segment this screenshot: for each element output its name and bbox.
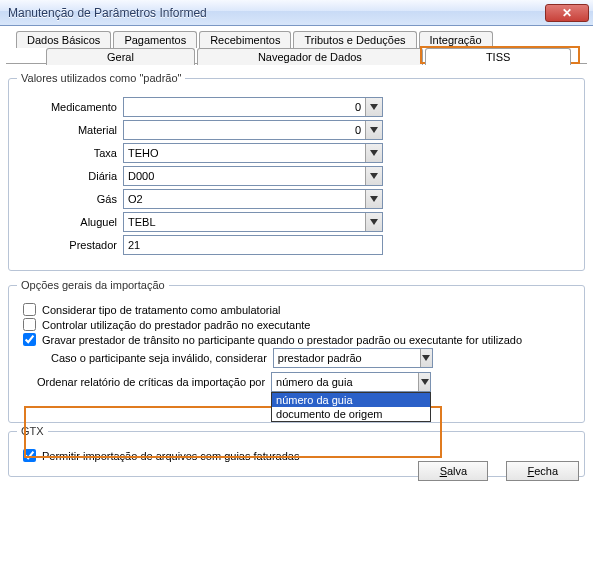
chk-gravar-label: Gravar prestador de trânsito no particip…	[42, 334, 522, 346]
button-bar: Salva Fecha	[418, 461, 579, 481]
medicamento-label: Medicamento	[17, 101, 123, 113]
chevron-down-icon[interactable]	[420, 349, 432, 367]
gas-combo[interactable]	[123, 189, 383, 209]
chevron-down-icon[interactable]	[418, 373, 430, 391]
client-area: Dados Básicos Pagamentos Recebimentos Tr…	[0, 26, 593, 491]
gas-label: Gás	[17, 193, 123, 205]
chevron-down-icon[interactable]	[365, 98, 382, 116]
medicamento-combo[interactable]	[123, 97, 383, 117]
ordenar-label: Ordenar relatório de críticas da importa…	[37, 376, 265, 388]
diaria-input[interactable]	[124, 167, 365, 185]
tabs-row-1: Dados Básicos Pagamentos Recebimentos Tr…	[6, 30, 587, 47]
chk-permitir-faturadas[interactable]	[23, 449, 36, 462]
tab-recebimentos[interactable]: Recebimentos	[199, 31, 291, 48]
chk-permitir-label: Permitir importação de arquivos com guia…	[42, 450, 299, 462]
ordenar-input[interactable]	[272, 373, 418, 391]
tab-pagamentos[interactable]: Pagamentos	[113, 31, 197, 48]
titlebar: Manutenção de Parâmetros Informed ✕	[0, 0, 593, 26]
chk-controlar-label: Controlar utilização do prestador padrão…	[42, 319, 310, 331]
diaria-label: Diária	[17, 170, 123, 182]
save-button[interactable]: Salva	[418, 461, 488, 481]
ordenar-combo[interactable]	[271, 372, 431, 392]
invalido-input[interactable]	[274, 349, 420, 367]
invalido-label: Caso o participante seja inválido, consi…	[51, 352, 267, 364]
ordenar-dropdown[interactable]: número da guia documento de origem	[271, 392, 431, 422]
chevron-down-icon[interactable]	[365, 213, 382, 231]
tab-tributos[interactable]: Tributos e Deduções	[293, 31, 416, 48]
group-opcoes-legend: Opções gerais da importação	[17, 279, 169, 291]
chevron-down-icon[interactable]	[365, 144, 382, 162]
tab-dados-basicos[interactable]: Dados Básicos	[16, 31, 111, 48]
gas-input[interactable]	[124, 190, 365, 208]
group-gtx-legend: GTX	[17, 425, 48, 437]
chevron-down-icon[interactable]	[365, 121, 382, 139]
taxa-input[interactable]	[124, 144, 365, 162]
chevron-down-icon[interactable]	[365, 167, 382, 185]
group-opcoes-importacao: Opções gerais da importação Considerar t…	[8, 279, 585, 423]
aluguel-label: Aluguel	[17, 216, 123, 228]
medicamento-input[interactable]	[124, 98, 365, 116]
chk-controlar-prestador[interactable]	[23, 318, 36, 331]
ordenar-option-documento-origem[interactable]: documento de origem	[272, 407, 430, 421]
taxa-label: Taxa	[17, 147, 123, 159]
window-title: Manutenção de Parâmetros Informed	[8, 6, 545, 20]
chk-ambulatorial[interactable]	[23, 303, 36, 316]
taxa-combo[interactable]	[123, 143, 383, 163]
material-input[interactable]	[124, 121, 365, 139]
prestador-input[interactable]	[123, 235, 383, 255]
group-valores-padrao: Valores utilizados como "padrão" Medicam…	[8, 72, 585, 271]
invalido-combo[interactable]	[273, 348, 433, 368]
tab-navegador[interactable]: Navegador de Dados	[197, 48, 423, 65]
tab-geral[interactable]: Geral	[46, 48, 195, 65]
aluguel-combo[interactable]	[123, 212, 383, 232]
close-icon[interactable]: ✕	[545, 4, 589, 22]
chk-ambulatorial-label: Considerar tipo de tratamento como ambul…	[42, 304, 280, 316]
tab-integracao[interactable]: Integração	[419, 31, 493, 48]
ordenar-option-numero-guia[interactable]: número da guia	[272, 393, 430, 407]
material-label: Material	[17, 124, 123, 136]
aluguel-input[interactable]	[124, 213, 365, 231]
tabs-row-2: Geral Navegador de Dados TISS	[6, 47, 587, 64]
tab-tiss[interactable]: TISS	[425, 48, 571, 65]
material-combo[interactable]	[123, 120, 383, 140]
prestador-label: Prestador	[17, 239, 123, 251]
chevron-down-icon[interactable]	[365, 190, 382, 208]
chk-gravar-transito[interactable]	[23, 333, 36, 346]
diaria-combo[interactable]	[123, 166, 383, 186]
close-button[interactable]: Fecha	[506, 461, 579, 481]
group-valores-padrao-legend: Valores utilizados como "padrão"	[17, 72, 185, 84]
